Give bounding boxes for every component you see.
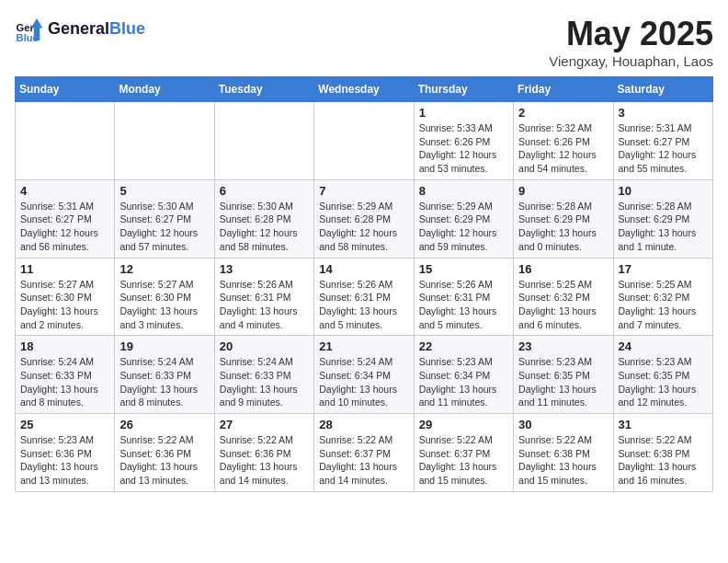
calendar-cell: 2Sunrise: 5:32 AM Sunset: 6:26 PM Daylig… xyxy=(514,102,613,180)
day-info: Sunrise: 5:28 AM Sunset: 6:29 PM Dayligh… xyxy=(619,200,708,254)
day-number: 24 xyxy=(619,339,708,353)
day-number: 12 xyxy=(119,262,209,276)
day-info: Sunrise: 5:32 AM Sunset: 6:26 PM Dayligh… xyxy=(518,121,608,176)
day-info: Sunrise: 5:23 AM Sunset: 6:34 PM Dayligh… xyxy=(419,355,508,409)
day-number: 8 xyxy=(419,184,508,198)
logo-general: General xyxy=(48,19,109,38)
calendar-cell: 18Sunrise: 5:24 AM Sunset: 6:33 PM Dayli… xyxy=(16,336,115,414)
calendar-cell: 17Sunrise: 5:25 AM Sunset: 6:32 PM Dayli… xyxy=(613,258,712,336)
day-number: 1 xyxy=(419,106,508,120)
day-info: Sunrise: 5:29 AM Sunset: 6:28 PM Dayligh… xyxy=(319,200,408,254)
day-number: 6 xyxy=(220,184,309,198)
day-info: Sunrise: 5:22 AM Sunset: 6:38 PM Dayligh… xyxy=(518,433,608,488)
day-info: Sunrise: 5:24 AM Sunset: 6:33 PM Dayligh… xyxy=(220,355,309,409)
day-number: 14 xyxy=(319,262,408,276)
weekday-header-thursday: Thursday xyxy=(414,77,513,102)
calendar-week-1: 1Sunrise: 5:33 AM Sunset: 6:26 PM Daylig… xyxy=(16,102,713,180)
title-block: May 2025 Viengxay, Houaphan, Laos xyxy=(549,15,713,69)
calendar-cell: 24Sunrise: 5:23 AM Sunset: 6:35 PM Dayli… xyxy=(613,336,712,414)
calendar-cell: 13Sunrise: 5:26 AM Sunset: 6:31 PM Dayli… xyxy=(214,258,313,336)
calendar-cell xyxy=(16,102,115,180)
weekday-header-sunday: Sunday xyxy=(16,77,115,102)
calendar-cell: 22Sunrise: 5:23 AM Sunset: 6:34 PM Dayli… xyxy=(414,336,513,414)
day-number: 23 xyxy=(518,339,608,353)
day-info: Sunrise: 5:26 AM Sunset: 6:31 PM Dayligh… xyxy=(319,278,408,332)
calendar-cell: 27Sunrise: 5:22 AM Sunset: 6:36 PM Dayli… xyxy=(214,414,313,492)
calendar-cell: 12Sunrise: 5:27 AM Sunset: 6:30 PM Dayli… xyxy=(115,258,214,336)
calendar-cell: 19Sunrise: 5:24 AM Sunset: 6:33 PM Dayli… xyxy=(115,336,214,414)
logo: Gen Blue GeneralBlue xyxy=(15,15,145,44)
day-info: Sunrise: 5:33 AM Sunset: 6:26 PM Dayligh… xyxy=(419,121,508,176)
calendar-cell: 31Sunrise: 5:22 AM Sunset: 6:38 PM Dayli… xyxy=(613,414,712,492)
day-info: Sunrise: 5:30 AM Sunset: 6:28 PM Dayligh… xyxy=(220,200,309,254)
day-info: Sunrise: 5:26 AM Sunset: 6:31 PM Dayligh… xyxy=(220,278,309,332)
day-info: Sunrise: 5:27 AM Sunset: 6:30 PM Dayligh… xyxy=(119,278,209,332)
calendar-cell: 14Sunrise: 5:26 AM Sunset: 6:31 PM Dayli… xyxy=(314,258,414,336)
calendar-table: SundayMondayTuesdayWednesdayThursdayFrid… xyxy=(15,76,713,492)
day-info: Sunrise: 5:30 AM Sunset: 6:27 PM Dayligh… xyxy=(119,200,209,254)
day-info: Sunrise: 5:27 AM Sunset: 6:30 PM Dayligh… xyxy=(20,278,109,332)
day-info: Sunrise: 5:23 AM Sunset: 6:36 PM Dayligh… xyxy=(20,433,109,488)
day-number: 4 xyxy=(20,184,109,198)
calendar-cell: 16Sunrise: 5:25 AM Sunset: 6:32 PM Dayli… xyxy=(514,258,613,336)
day-info: Sunrise: 5:22 AM Sunset: 6:38 PM Dayligh… xyxy=(619,433,708,488)
day-number: 27 xyxy=(220,418,309,431)
weekday-header-row: SundayMondayTuesdayWednesdayThursdayFrid… xyxy=(16,77,713,102)
day-info: Sunrise: 5:22 AM Sunset: 6:37 PM Dayligh… xyxy=(319,433,408,488)
logo-blue: Blue xyxy=(109,19,145,38)
calendar-cell xyxy=(115,102,214,180)
logo-text-block: GeneralBlue xyxy=(48,20,145,39)
calendar-cell: 25Sunrise: 5:23 AM Sunset: 6:36 PM Dayli… xyxy=(16,414,115,492)
weekday-header-tuesday: Tuesday xyxy=(214,77,313,102)
day-info: Sunrise: 5:28 AM Sunset: 6:29 PM Dayligh… xyxy=(518,200,608,254)
day-info: Sunrise: 5:24 AM Sunset: 6:33 PM Dayligh… xyxy=(119,355,209,409)
day-info: Sunrise: 5:23 AM Sunset: 6:35 PM Dayligh… xyxy=(619,355,708,409)
day-info: Sunrise: 5:22 AM Sunset: 6:37 PM Dayligh… xyxy=(419,433,508,488)
day-number: 20 xyxy=(220,339,309,353)
weekday-header-monday: Monday xyxy=(115,77,214,102)
day-number: 21 xyxy=(319,339,408,353)
day-number: 7 xyxy=(319,184,408,198)
calendar-cell: 11Sunrise: 5:27 AM Sunset: 6:30 PM Dayli… xyxy=(16,258,115,336)
day-info: Sunrise: 5:29 AM Sunset: 6:29 PM Dayligh… xyxy=(419,200,508,254)
calendar-cell: 6Sunrise: 5:30 AM Sunset: 6:28 PM Daylig… xyxy=(214,179,313,258)
day-info: Sunrise: 5:22 AM Sunset: 6:36 PM Dayligh… xyxy=(220,433,309,488)
calendar-cell: 29Sunrise: 5:22 AM Sunset: 6:37 PM Dayli… xyxy=(414,414,513,492)
day-number: 19 xyxy=(119,339,209,353)
day-info: Sunrise: 5:24 AM Sunset: 6:34 PM Dayligh… xyxy=(319,355,408,409)
day-number: 9 xyxy=(518,184,608,198)
calendar-cell: 4Sunrise: 5:31 AM Sunset: 6:27 PM Daylig… xyxy=(16,179,115,258)
day-number: 16 xyxy=(518,262,608,276)
calendar-cell: 28Sunrise: 5:22 AM Sunset: 6:37 PM Dayli… xyxy=(314,414,414,492)
day-info: Sunrise: 5:31 AM Sunset: 6:27 PM Dayligh… xyxy=(619,121,708,176)
month-title: May 2025 xyxy=(549,15,713,53)
day-number: 10 xyxy=(619,184,708,198)
calendar-week-3: 11Sunrise: 5:27 AM Sunset: 6:30 PM Dayli… xyxy=(16,258,713,336)
day-number: 26 xyxy=(119,418,209,431)
day-number: 11 xyxy=(20,262,109,276)
calendar-cell: 5Sunrise: 5:30 AM Sunset: 6:27 PM Daylig… xyxy=(115,179,214,258)
calendar-cell: 3Sunrise: 5:31 AM Sunset: 6:27 PM Daylig… xyxy=(613,102,712,180)
calendar-cell: 7Sunrise: 5:29 AM Sunset: 6:28 PM Daylig… xyxy=(314,179,414,258)
calendar-week-5: 25Sunrise: 5:23 AM Sunset: 6:36 PM Dayli… xyxy=(16,414,713,492)
day-number: 30 xyxy=(518,418,608,431)
calendar-cell xyxy=(314,102,414,180)
calendar-week-2: 4Sunrise: 5:31 AM Sunset: 6:27 PM Daylig… xyxy=(16,179,713,258)
calendar-cell: 1Sunrise: 5:33 AM Sunset: 6:26 PM Daylig… xyxy=(414,102,513,180)
calendar-cell: 10Sunrise: 5:28 AM Sunset: 6:29 PM Dayli… xyxy=(613,179,712,258)
calendar-cell: 30Sunrise: 5:22 AM Sunset: 6:38 PM Dayli… xyxy=(514,414,613,492)
calendar-cell: 8Sunrise: 5:29 AM Sunset: 6:29 PM Daylig… xyxy=(414,179,513,258)
location-subtitle: Viengxay, Houaphan, Laos xyxy=(549,53,713,69)
day-number: 15 xyxy=(419,262,508,276)
day-info: Sunrise: 5:25 AM Sunset: 6:32 PM Dayligh… xyxy=(518,278,608,332)
day-info: Sunrise: 5:24 AM Sunset: 6:33 PM Dayligh… xyxy=(20,355,109,409)
day-number: 5 xyxy=(119,184,209,198)
calendar-cell: 23Sunrise: 5:23 AM Sunset: 6:35 PM Dayli… xyxy=(514,336,613,414)
weekday-header-friday: Friday xyxy=(514,77,613,102)
calendar-cell: 20Sunrise: 5:24 AM Sunset: 6:33 PM Dayli… xyxy=(214,336,313,414)
day-number: 28 xyxy=(319,418,408,431)
logo-icon: Gen Blue xyxy=(15,15,44,44)
weekday-header-wednesday: Wednesday xyxy=(314,77,414,102)
day-info: Sunrise: 5:23 AM Sunset: 6:35 PM Dayligh… xyxy=(518,355,608,409)
calendar-cell: 26Sunrise: 5:22 AM Sunset: 6:36 PM Dayli… xyxy=(115,414,214,492)
